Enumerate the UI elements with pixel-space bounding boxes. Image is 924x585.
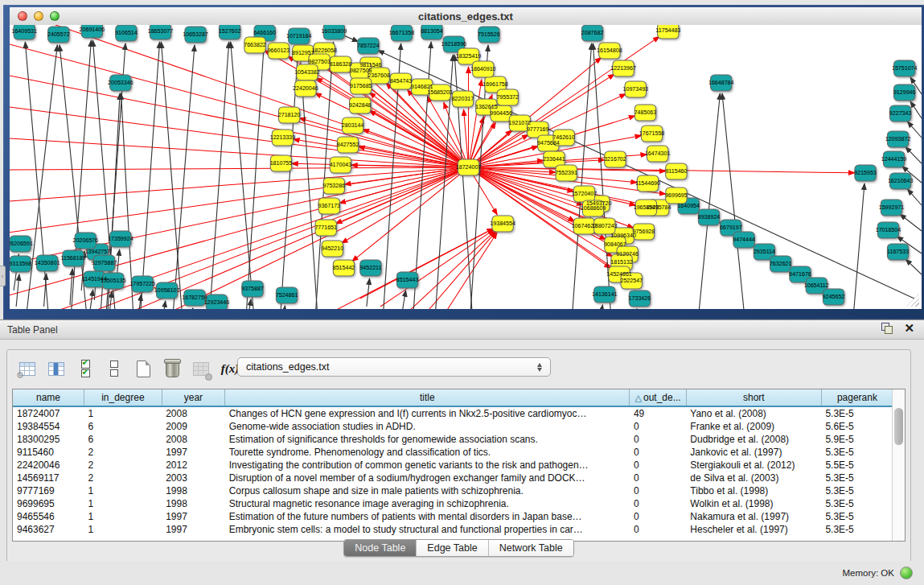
delete-column-button[interactable]: [163, 360, 181, 377]
table-cell[interactable]: 5.3E-5: [821, 406, 893, 420]
float-panel-icon[interactable]: [881, 323, 893, 334]
table-settings-button[interactable]: ⚙: [18, 360, 36, 377]
zoom-window-button[interactable]: [50, 11, 60, 21]
table-cell[interactable]: 14569117: [13, 472, 84, 484]
table-cell[interactable]: 5.3E-5: [821, 484, 893, 497]
minimize-window-button[interactable]: [34, 11, 43, 21]
graph-edge[interactable]: [853, 183, 864, 309]
graph-edge[interactable]: [906, 146, 922, 163]
table-cell[interactable]: 1997: [162, 523, 225, 536]
column-header-in-degree[interactable]: in_degree: [84, 389, 162, 406]
table-cell[interactable]: 5.3E-5: [821, 497, 893, 510]
graph-edge[interactable]: [299, 118, 468, 167]
table-cell[interactable]: 6: [84, 433, 162, 446]
table-cell[interactable]: Dudbridge et al. (2008): [686, 433, 821, 446]
table-cell[interactable]: 19384554: [13, 420, 84, 433]
graph-edge[interactable]: [16, 274, 19, 307]
table-cell[interactable]: Embryonic stem cells: a model to study s…: [225, 523, 630, 536]
table-cell[interactable]: Changes of HCN gene expression and I(f) …: [225, 406, 630, 420]
table-row[interactable]: 1456911722003Disruption of a novel membe…: [13, 472, 893, 484]
graph-edge[interactable]: [593, 43, 610, 309]
clear-selection-button[interactable]: [105, 360, 123, 377]
table-cell[interactable]: Disruption of a novel member of a sodium…: [225, 472, 630, 484]
table-cell[interactable]: 0: [630, 420, 686, 433]
graph-edge[interactable]: [246, 43, 264, 309]
column-header-year[interactable]: year: [162, 389, 225, 406]
table-cell[interactable]: Wolkin et al. (1998): [686, 497, 821, 510]
graph-edge[interactable]: [10, 167, 469, 170]
graph-edge[interactable]: [231, 42, 254, 309]
table-row[interactable]: 911546021997Tourette syndrome. Phenomeno…: [13, 446, 893, 459]
table-cell[interactable]: Tourette syndrome. Phenomenology and cla…: [225, 446, 630, 459]
tab-network-table[interactable]: Network Table: [488, 540, 573, 556]
table-row[interactable]: 2242004622012Investigating the contribut…: [13, 459, 893, 472]
select-columns-button[interactable]: [47, 360, 65, 377]
new-column-button[interactable]: [134, 360, 152, 377]
table-cell[interactable]: 1: [84, 406, 162, 420]
table-cell[interactable]: 9699695: [13, 497, 84, 510]
table-cell[interactable]: Structural magnetic resonance image aver…: [225, 497, 630, 510]
graph-edge[interactable]: [722, 93, 745, 309]
graph-edge[interactable]: [421, 232, 496, 309]
column-header-out-degree[interactable]: △out_de...: [630, 389, 686, 406]
graph-edge[interactable]: [910, 101, 922, 118]
column-header-pagerank[interactable]: pagerank: [821, 389, 893, 406]
tab-node-table[interactable]: Node Table: [344, 540, 416, 556]
graph-edge[interactable]: [209, 42, 228, 309]
table-cell[interactable]: 2: [84, 446, 162, 459]
graph-edge[interactable]: [282, 306, 285, 309]
table-cell[interactable]: 2009: [162, 420, 225, 433]
table-cell[interactable]: 2: [84, 472, 162, 484]
table-cell[interactable]: 2008: [162, 433, 225, 446]
column-header-name[interactable]: name: [13, 389, 84, 406]
table-cell[interactable]: Franke et al. (2009): [686, 420, 821, 433]
window-titlebar[interactable]: citations_edges.txt: [10, 7, 922, 26]
table-cell[interactable]: 49: [630, 406, 686, 420]
table-cell[interactable]: 0: [630, 497, 686, 510]
table-cell[interactable]: 5.3E-5: [821, 446, 893, 459]
table-cell[interactable]: 0: [630, 510, 686, 523]
select-all-button[interactable]: [76, 360, 94, 377]
memory-ok-indicator[interactable]: [900, 566, 913, 579]
table-cell[interactable]: 5.3E-5: [821, 472, 893, 484]
function-builder-button[interactable]: f(x): [221, 360, 239, 377]
table-cell[interactable]: Estimation of the future numbers of pati…: [225, 510, 630, 523]
close-panel-icon[interactable]: ✕: [904, 323, 914, 334]
table-cell[interactable]: 5.5E-5: [821, 459, 893, 472]
table-cell[interactable]: 1997: [162, 510, 225, 523]
table-cell[interactable]: Investigating the contribution of common…: [225, 459, 630, 472]
graph-edge[interactable]: [109, 291, 113, 309]
table-cell[interactable]: 5.9E-5: [821, 433, 893, 446]
graph-edge[interactable]: [191, 308, 193, 309]
table-cell[interactable]: 0: [630, 433, 686, 446]
table-cell[interactable]: 2: [84, 459, 162, 472]
graph-edge[interactable]: [315, 42, 333, 309]
graph-edge[interactable]: [906, 259, 922, 274]
table-cell[interactable]: 1998: [162, 484, 225, 497]
graph-edge[interactable]: [600, 305, 603, 309]
table-cell[interactable]: 1998: [162, 497, 225, 510]
table-cell[interactable]: 0: [630, 459, 686, 472]
graph-edge[interactable]: [248, 299, 251, 309]
table-cell[interactable]: Jankovic et al. (1997): [686, 446, 821, 459]
table-cell[interactable]: 18300295: [13, 433, 84, 446]
close-window-button[interactable]: [18, 11, 27, 21]
table-cell[interactable]: 9463627: [13, 523, 84, 536]
table-cell[interactable]: de Silva et al. (2003): [686, 472, 821, 484]
table-cell[interactable]: 6: [84, 420, 162, 433]
table-cell[interactable]: Hescheler et al. (1997): [686, 523, 821, 536]
table-row[interactable]: 969969511998Structural magnetic resonanc…: [13, 497, 893, 510]
table-cell[interactable]: Genome-wide association studies in ADHD.: [225, 420, 630, 433]
table-cell[interactable]: 5.3E-5: [821, 510, 893, 523]
table-cell[interactable]: 1997: [162, 446, 225, 459]
table-cell[interactable]: 9465546: [13, 510, 84, 523]
table-row[interactable]: 946362711997Embryonic stem cells: a mode…: [13, 523, 893, 536]
table-cell[interactable]: 1: [84, 484, 162, 497]
table-cell[interactable]: 0: [630, 523, 686, 536]
table-cell[interactable]: Stergiakouli et al. (2012): [686, 459, 821, 472]
tab-edge-table[interactable]: Edge Table: [416, 540, 487, 556]
table-cell[interactable]: 2008: [162, 406, 225, 420]
table-row[interactable]: 1872400712008Changes of HCN gene express…: [13, 406, 893, 420]
table-cell[interactable]: Corpus callosum shape and size in male p…: [225, 484, 630, 497]
table-cell[interactable]: 1: [84, 510, 162, 523]
